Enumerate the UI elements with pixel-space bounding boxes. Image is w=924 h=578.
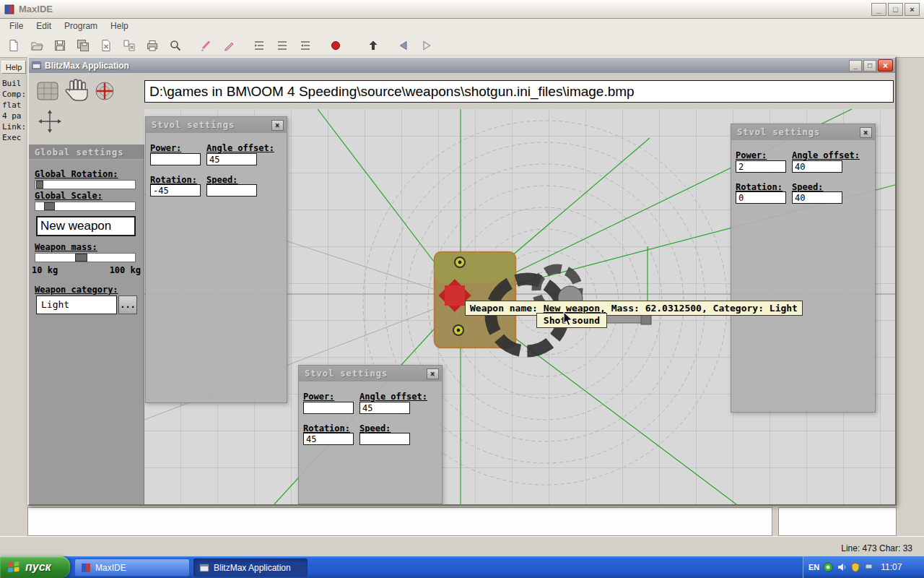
rotation-field[interactable] [736, 191, 786, 204]
power-label: Power: [303, 392, 334, 402]
taskbar-item-maxide[interactable]: MaxIDE [74, 558, 190, 577]
weapon-mass-slider[interactable] [35, 253, 136, 262]
start-button[interactable]: пуск [0, 556, 70, 578]
speed-label: Speed: [359, 423, 391, 434]
speed-field[interactable] [792, 191, 842, 204]
rotation-field[interactable] [303, 433, 354, 445]
stvol-panel-1-close-button[interactable]: × [271, 120, 284, 131]
stvol-panel-2-close-button[interactable]: × [860, 127, 872, 138]
global-rotation-thumb[interactable] [36, 181, 43, 189]
speed-field[interactable] [359, 433, 410, 445]
list-button[interactable] [273, 36, 292, 55]
stvol-panel-1-title: Stvol settings [152, 120, 235, 130]
menu-edit[interactable]: Edit [30, 20, 58, 33]
new-file-button[interactable] [4, 36, 23, 55]
stvol-panel-3-close-button[interactable]: × [427, 368, 439, 379]
close-file-button[interactable] [97, 36, 116, 55]
tooltip-weapon-name: New weapon, [544, 303, 606, 314]
stvol-handle-bottom[interactable] [453, 325, 463, 335]
speed-field[interactable] [206, 184, 257, 197]
blitzmax-window: BlitzMax Application _ □ × [27, 56, 897, 506]
print-icon [146, 39, 159, 52]
weapon-mass-thumb[interactable] [75, 254, 87, 262]
volume-icon[interactable] [837, 562, 847, 572]
angle-offset-field[interactable] [792, 160, 842, 173]
build-run-button[interactable] [364, 36, 383, 55]
language-indicator[interactable]: EN [808, 563, 819, 571]
mouse-cursor [563, 311, 573, 327]
menu-help[interactable]: Help [104, 20, 135, 33]
indent-button[interactable] [296, 36, 315, 55]
blitzmax-titlebar[interactable]: BlitzMax Application _ □ × [29, 58, 895, 73]
outdent-button[interactable] [250, 36, 269, 55]
print-button[interactable] [143, 36, 162, 55]
weapon-name-field[interactable] [36, 216, 136, 236]
maxide-menubar: File Edit Program Help [0, 19, 924, 33]
back-button[interactable] [394, 36, 413, 55]
list-icon [276, 39, 289, 52]
angle-offset-field[interactable] [206, 153, 257, 165]
stvol-panel-3: Stvol settings × Power: Angle offset: Ro… [298, 365, 443, 504]
layers-tool-button[interactable] [35, 79, 61, 103]
close-all-button[interactable] [120, 36, 139, 55]
pan-tool-button[interactable] [64, 77, 91, 103]
target-icon [92, 79, 117, 103]
forward-button[interactable] [417, 36, 436, 55]
stvol-handle-top[interactable] [455, 257, 465, 267]
rotation-label: Rotation: [303, 423, 350, 434]
weapon-category-browse-button[interactable]: ... [118, 296, 137, 314]
menu-program[interactable]: Program [58, 20, 104, 33]
save-icon [53, 39, 66, 52]
power-field[interactable] [150, 153, 201, 165]
rotation-field[interactable] [150, 184, 201, 197]
angle-offset-label: Angle offset: [792, 150, 860, 160]
output-side-pane[interactable] [778, 507, 897, 536]
output-pane[interactable] [27, 507, 772, 536]
maxide-minimize-button[interactable]: _ [871, 3, 886, 16]
stvol-panel-3-titlebar[interactable]: Stvol settings × [299, 366, 442, 381]
power-field[interactable] [303, 402, 354, 414]
maxide-titlebar[interactable]: MaxIDE _ □ × [0, 0, 924, 19]
network-icon[interactable] [864, 562, 874, 572]
blitzmax-minimize-button[interactable]: _ [849, 60, 862, 72]
global-scale-thumb[interactable] [44, 202, 55, 210]
pencil-icon [222, 39, 235, 52]
global-settings-panel: Global settings Global Rotation: Global … [29, 144, 144, 504]
stvol-panel-2-titlebar[interactable]: Stvol settings × [731, 124, 875, 140]
global-scale-slider[interactable] [35, 202, 136, 211]
tooltip-prefix: Weapon name: [470, 303, 544, 314]
hand-icon [64, 77, 91, 103]
maxide-maximize-button[interactable]: □ [888, 3, 903, 16]
save-button[interactable] [51, 36, 69, 55]
mass-max-label: 100 kg [110, 265, 141, 275]
record-button[interactable] [326, 36, 345, 55]
status-green-icon[interactable] [823, 562, 833, 572]
outdent-icon [253, 39, 266, 52]
power-field[interactable] [736, 160, 786, 173]
stvol-panel-1-titlebar[interactable]: Stvol settings × [146, 117, 287, 133]
maxide-toolbar [0, 33, 924, 58]
open-file-button[interactable] [27, 36, 46, 55]
maxide-close-button[interactable]: × [905, 3, 920, 16]
find-button[interactable] [166, 36, 185, 55]
angle-offset-field[interactable] [359, 402, 410, 414]
global-rotation-slider[interactable] [35, 180, 136, 189]
move-tool-button[interactable] [38, 109, 62, 134]
menu-file[interactable]: File [3, 20, 30, 33]
stvol-panel-1: Stvol settings × Power: Angle offset: Ro… [145, 116, 287, 403]
help-button[interactable]: Help [1, 61, 26, 74]
pencil-tool-button[interactable] [219, 36, 238, 55]
brush-tool-button[interactable] [196, 36, 215, 55]
blitzmax-maximize-button[interactable]: □ [863, 60, 876, 72]
weapon-category-value[interactable]: Light [36, 296, 117, 314]
clock[interactable]: 11:07 [881, 562, 902, 572]
save-all-button[interactable] [74, 36, 92, 55]
blitzmax-close-button[interactable]: × [878, 59, 893, 72]
taskbar-item-blitzmax[interactable]: BlitzMax Application [193, 558, 308, 577]
record-icon [329, 39, 342, 52]
image-path-field[interactable] [144, 80, 894, 103]
global-scale-label: Global Scale: [35, 191, 103, 201]
target-tool-button[interactable] [92, 79, 117, 103]
shield-icon[interactable] [850, 562, 860, 572]
open-folder-icon [30, 39, 43, 52]
